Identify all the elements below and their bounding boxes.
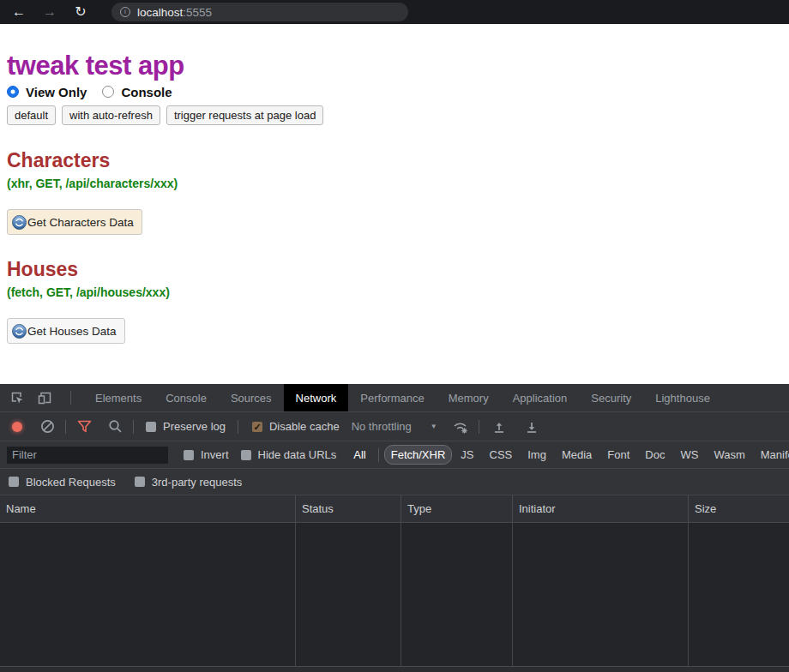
tab-performance[interactable]: Performance <box>348 384 436 411</box>
sync-icon <box>12 215 27 230</box>
houses-heading: Houses <box>7 257 789 281</box>
separator <box>479 420 479 434</box>
invert-label[interactable]: Invert <box>201 448 229 461</box>
table-column-name <box>0 523 296 666</box>
network-filter-bar: Invert Hide data URLs All Fetch/XHR JS C… <box>0 441 789 469</box>
page-title: tweak test app <box>7 51 789 81</box>
characters-subtitle: (xhr, GET, /api/characters/xxx) <box>7 177 789 190</box>
filter-type-fetch-xhr[interactable]: Fetch/XHR <box>384 445 453 465</box>
separator <box>238 420 238 434</box>
radio-view-only-label[interactable]: View Only <box>26 85 87 99</box>
record-network-log-icon[interactable] <box>12 422 22 432</box>
auto-refresh-button[interactable]: with auto-refresh <box>62 105 160 125</box>
disable-cache-label[interactable]: Disable cache <box>269 420 340 433</box>
tab-console[interactable]: Console <box>154 384 219 411</box>
tab-memory[interactable]: Memory <box>437 384 501 411</box>
column-header-type[interactable]: Type <box>401 495 513 522</box>
network-conditions-icon[interactable] <box>451 419 470 435</box>
export-har-icon[interactable] <box>524 419 539 435</box>
preserve-log-checkbox[interactable] <box>146 422 156 432</box>
column-header-initiator[interactable]: Initiator <box>513 495 689 522</box>
radio-console-label[interactable]: Console <box>121 85 172 99</box>
radio-console[interactable] <box>102 86 114 98</box>
separator <box>378 448 379 462</box>
url-port: :5555 <box>183 6 212 19</box>
filter-type-all[interactable]: All <box>346 445 372 465</box>
tab-network[interactable]: Network <box>284 384 349 411</box>
devtools-tab-bar: Elements Console Sources Network Perform… <box>0 384 789 412</box>
search-icon[interactable] <box>107 419 123 435</box>
filter-type-js[interactable]: JS <box>454 445 480 465</box>
preserve-log-label[interactable]: Preserve log <box>163 420 226 433</box>
trigger-requests-button[interactable]: trigger requests at page load <box>166 105 324 125</box>
filter-type-img[interactable]: Img <box>521 445 553 465</box>
table-column-status <box>296 523 401 666</box>
column-header-size[interactable]: Size <box>689 495 789 522</box>
invert-checkbox[interactable] <box>184 450 194 460</box>
blocked-requests-label[interactable]: Blocked Requests <box>26 476 116 489</box>
hide-data-urls-label[interactable]: Hide data URLs <box>258 448 337 461</box>
requests-table-body <box>0 523 789 666</box>
separator <box>65 420 66 434</box>
devtools-status-bar <box>0 666 789 672</box>
blocked-requests-checkbox[interactable] <box>9 477 19 487</box>
filter-type-doc[interactable]: Doc <box>638 445 672 465</box>
filter-type-ws[interactable]: WS <box>673 445 705 465</box>
browser-toolbar: ← → ↻ i localhost:5555 <box>0 0 789 24</box>
column-header-status[interactable]: Status <box>296 495 401 522</box>
houses-section: Houses (fetch, GET, /api/houses/xxx) Get… <box>7 257 789 344</box>
table-column-initiator <box>513 523 689 666</box>
mode-radio-group: View Only Console <box>7 84 789 99</box>
disable-cache-checkbox[interactable]: ✓ <box>252 422 262 432</box>
characters-heading: Characters <box>7 148 789 172</box>
sync-icon <box>12 324 27 339</box>
table-column-type <box>401 523 513 666</box>
filter-type-media[interactable]: Media <box>555 445 599 465</box>
url-host: localhost <box>137 6 183 19</box>
refresh-icon[interactable]: ↻ <box>72 0 89 24</box>
import-har-icon[interactable] <box>491 419 507 435</box>
devtools-tabs: Elements Console Sources Network Perform… <box>83 384 722 411</box>
get-characters-button[interactable]: Get Characters Data <box>7 209 142 235</box>
filter-icon[interactable] <box>76 419 92 435</box>
houses-subtitle: (fetch, GET, /api/houses/xxx) <box>7 285 789 299</box>
get-characters-label: Get Characters Data <box>27 216 134 229</box>
get-houses-button[interactable]: Get Houses Data <box>7 318 125 344</box>
radio-view-only[interactable] <box>7 86 19 98</box>
devtools-panel: Elements Console Sources Network Perform… <box>0 384 789 672</box>
tab-lighthouse[interactable]: Lighthouse <box>643 384 722 411</box>
separator <box>70 391 71 405</box>
web-page: tweak test app View Only Console default… <box>0 24 789 384</box>
chevron-down-icon[interactable]: ▼ <box>431 423 437 430</box>
third-party-requests-label[interactable]: 3rd-party requests <box>152 476 243 489</box>
third-party-requests-checkbox[interactable] <box>135 477 145 487</box>
clear-network-log-icon[interactable] <box>39 419 55 435</box>
tab-sources[interactable]: Sources <box>219 384 284 411</box>
network-toolbar: Preserve log ✓ Disable cache No throttli… <box>0 412 789 441</box>
site-info-icon[interactable]: i <box>120 7 130 17</box>
forward-icon[interactable]: → <box>41 0 58 24</box>
characters-section: Characters (xhr, GET, /api/characters/xx… <box>7 148 789 235</box>
table-column-size <box>689 523 789 666</box>
hide-data-urls-checkbox[interactable] <box>241 450 251 460</box>
filter-type-manifest[interactable]: Manifest <box>754 445 789 465</box>
filter-input[interactable] <box>7 447 168 464</box>
requests-table-header: Name Status Type Initiator Size <box>0 495 789 523</box>
device-toolbar-icon[interactable] <box>36 389 53 406</box>
resource-type-filters: All Fetch/XHR JS CSS Img Media Font Doc … <box>346 445 789 465</box>
filter-type-font[interactable]: Font <box>600 445 636 465</box>
mode-buttons: default with auto-refresh trigger reques… <box>7 105 789 125</box>
get-houses-label: Get Houses Data <box>27 325 117 338</box>
tab-security[interactable]: Security <box>579 384 643 411</box>
filter-type-wasm[interactable]: Wasm <box>707 445 751 465</box>
filter-type-css[interactable]: CSS <box>483 445 520 465</box>
back-icon[interactable]: ← <box>10 0 27 24</box>
tab-elements[interactable]: Elements <box>83 384 154 411</box>
default-button[interactable]: default <box>7 105 56 125</box>
inspect-element-icon[interactable] <box>9 389 26 406</box>
throttling-select[interactable]: No throttling <box>352 420 412 433</box>
tab-application[interactable]: Application <box>501 384 580 411</box>
column-header-name[interactable]: Name <box>0 495 296 522</box>
request-filters-row: Blocked Requests 3rd-party requests <box>0 469 789 495</box>
address-bar[interactable]: i localhost:5555 <box>111 3 408 21</box>
